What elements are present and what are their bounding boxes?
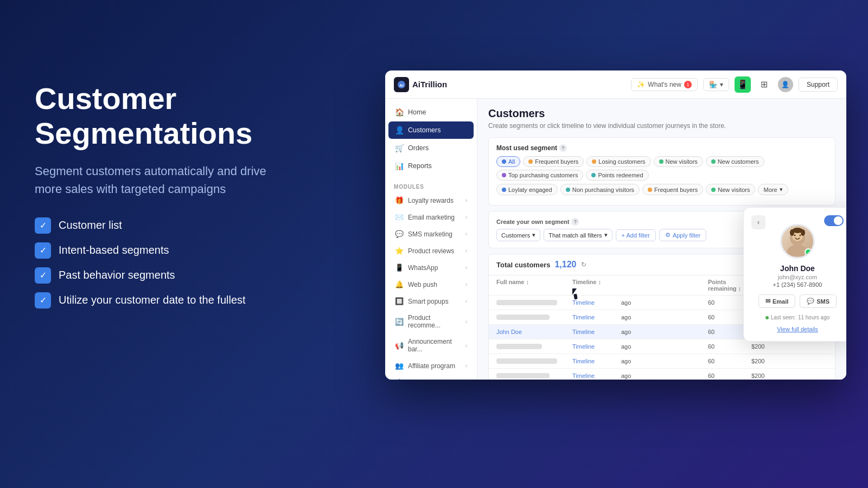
points: 60: [708, 373, 751, 379]
tag-label: Loylaty engaged: [508, 187, 552, 193]
info-icon: ?: [559, 144, 567, 152]
segment-tag-more[interactable]: More ▾: [758, 184, 788, 195]
total-customers-label: Total customers: [496, 261, 550, 269]
sidebar-item-home[interactable]: 🏠 Home: [388, 104, 474, 121]
topbar-actions: ✨ What's new 1 🏪 ▾ 📱 ⊞ 👤 Support: [631, 76, 838, 93]
sidebar-item-whatsapp[interactable]: 📱 WhatsApp ›: [388, 260, 474, 275]
last-seen-label: Last seen:: [771, 314, 796, 320]
timeline-link[interactable]: Timeline: [572, 343, 621, 350]
timeline-link[interactable]: Timeline: [572, 299, 621, 306]
segment-tag-frequent[interactable]: Frequent buyers: [523, 156, 584, 167]
svg-point-8: [790, 229, 794, 236]
online-dot: [765, 316, 769, 319]
content-area: Customers Create segments or click timel…: [477, 99, 846, 380]
sidebar-item-email[interactable]: ✉️ Email marketing ›: [388, 209, 474, 225]
module-label: Announcement bar...: [408, 338, 461, 353]
chevron-right-icon: ›: [465, 281, 467, 287]
match-all-filter[interactable]: That match all filters ▾: [544, 229, 612, 241]
name-placeholder: [496, 300, 557, 305]
chevron-right-icon: ›: [465, 319, 467, 325]
module-label: Web push: [408, 281, 437, 288]
check-icon: ✓: [35, 242, 51, 259]
page-subtitle: Create segments or click timeline to vie…: [488, 122, 835, 130]
whatsapp-icon: 📱: [395, 264, 404, 272]
segment-tag-new-visitors[interactable]: New visitors: [654, 156, 703, 167]
timeline-link[interactable]: Timeline: [572, 329, 621, 335]
sidebar-item-webpush[interactable]: 🔔 Web push ›: [388, 277, 474, 292]
whats-new-label: What's new: [648, 81, 681, 88]
apply-filter-button[interactable]: ⚙ Apply filter: [659, 229, 706, 241]
sidebar-item-label: Customers: [408, 126, 441, 134]
sidebar-item-membership[interactable]: ⚙️ Membership ›: [388, 375, 474, 380]
whats-new-button[interactable]: ✨ What's new 1: [631, 78, 698, 91]
tag-dot: [648, 188, 652, 192]
customer-name[interactable]: John Doe: [496, 329, 572, 335]
segment-tag-all[interactable]: All: [496, 156, 520, 167]
segment-tag-frequent2[interactable]: Frequent buyers: [642, 184, 703, 195]
timeline-link[interactable]: Timeline: [572, 314, 621, 320]
sparkle-icon: ✨: [637, 81, 645, 88]
sidebar-main-nav: 🏠 Home 👤 Customers 🛒 Orders 📊 Reports: [385, 99, 477, 179]
sidebar: 🏠 Home 👤 Customers 🛒 Orders 📊 Reports MO…: [385, 99, 477, 380]
segment-card-title: Most used segment ?: [496, 144, 827, 152]
segment-tag-nonpurchasing[interactable]: Non purchasing visitors: [560, 184, 640, 195]
sidebar-item-loyalty[interactable]: 🎁 Loyalty rewards ›: [388, 192, 474, 208]
support-button[interactable]: Support: [799, 78, 838, 92]
info-icon: ?: [571, 218, 579, 226]
module-label: Membership: [408, 379, 444, 380]
grid-icon-button[interactable]: ⊞: [756, 76, 773, 93]
last-seen: ago: [621, 299, 665, 306]
sidebar-item-sms[interactable]: 💬 SMS marketing ›: [388, 226, 474, 242]
sidebar-item-popups[interactable]: 🔲 Smart popups ›: [388, 293, 474, 309]
tag-label: New visitors: [718, 187, 750, 193]
chevron-right-icon: ›: [465, 363, 467, 369]
sms-button[interactable]: 💬 SMS: [800, 294, 837, 308]
customers-icon: 👤: [395, 126, 404, 134]
segment-tag-points[interactable]: Points redeemed: [586, 170, 648, 181]
sidebar-item-customers[interactable]: 👤 Customers: [388, 121, 474, 139]
col-lastseen: [621, 279, 665, 292]
add-filter-button[interactable]: + Add filter: [616, 229, 656, 241]
timeline-link[interactable]: Timeline: [572, 358, 621, 364]
sms-label: SMS: [816, 298, 829, 305]
filter-label: That match all filters: [548, 232, 602, 239]
tag-dot: [592, 159, 596, 164]
module-label: Loyalty rewards: [408, 197, 454, 204]
popup-toggle[interactable]: [824, 215, 844, 226]
timeline-link[interactable]: Timeline: [572, 373, 621, 379]
avatar[interactable]: 👤: [778, 77, 793, 92]
col-orders: [665, 279, 708, 292]
points: 60: [708, 343, 751, 350]
segment-tags-row2: Loylaty engaged Non purchasing visitors …: [496, 184, 827, 195]
feature-text: Utilize your customer date to the fulles…: [59, 294, 246, 306]
segment-tag-new-visitors2[interactable]: New visitors: [706, 184, 755, 195]
sidebar-item-reviews[interactable]: ⭐ Product reviews ›: [388, 243, 474, 259]
sidebar-item-announcement[interactable]: 📢 Announcement bar... ›: [388, 334, 474, 357]
segment-tag-losing[interactable]: Losing customers: [586, 156, 650, 167]
sidebar-item-orders[interactable]: 🛒 Orders: [388, 139, 474, 157]
loyalty-icon: 🎁: [395, 196, 404, 204]
sidebar-item-reports[interactable]: 📊 Reports: [388, 157, 474, 175]
popup-back-button[interactable]: ‹: [751, 215, 765, 229]
tag-dot: [711, 159, 716, 164]
segment-tag-top-purchasing[interactable]: Top purchasing customers: [496, 170, 583, 181]
sidebar-item-product-rec[interactable]: 🔄 Product recomme... ›: [388, 310, 474, 333]
chevron-right-icon: ›: [465, 214, 467, 220]
segment-tag-loyalty[interactable]: Loylaty engaged: [496, 184, 558, 195]
name-placeholder: [496, 344, 542, 349]
sidebar-item-affiliate[interactable]: 👥 Affiliate program ›: [388, 358, 474, 374]
email-button[interactable]: ✉ Email: [758, 294, 795, 308]
store-selector[interactable]: 🏪 ▾: [703, 78, 729, 91]
feature-list: ✓ Customer list ✓ Intent-based segments …: [35, 217, 295, 309]
module-label: Product recomme...: [408, 314, 461, 329]
customers-filter[interactable]: Customers ▾: [496, 229, 540, 241]
segment-tag-new-customers[interactable]: New customers: [706, 156, 764, 167]
refresh-icon[interactable]: ↻: [581, 261, 586, 268]
whatsapp-icon-button[interactable]: 📱: [735, 76, 751, 93]
view-full-details-link[interactable]: View full details: [752, 326, 843, 332]
tag-label: New visitors: [666, 158, 698, 165]
toggle-knob: [834, 216, 843, 225]
feature-item: ✓ Intent-based segments: [35, 242, 295, 259]
chevron-right-icon: ›: [465, 197, 467, 203]
svg-point-9: [801, 229, 805, 236]
